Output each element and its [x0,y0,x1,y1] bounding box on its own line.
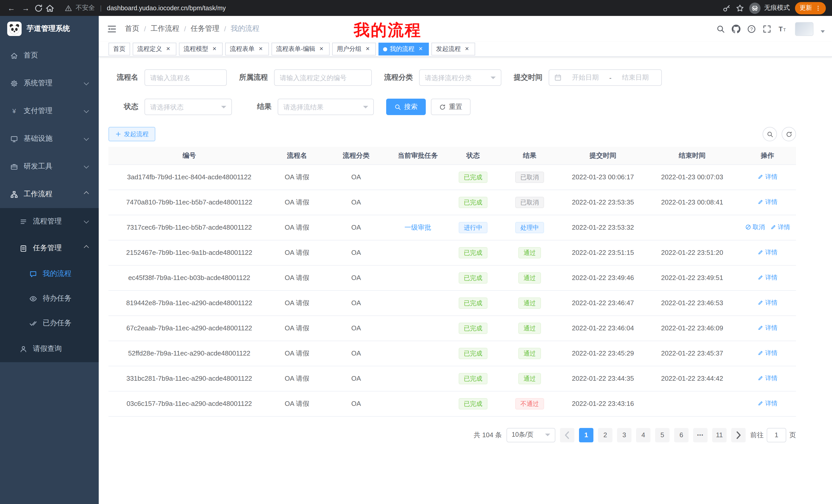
status-badge: 进行中 [459,222,488,233]
kebab-menu-icon[interactable] [815,5,821,11]
detail-link[interactable]: 详情 [757,299,778,307]
sidebar-item[interactable]: 请假查询 [0,335,99,362]
github-icon[interactable] [731,24,740,33]
breadcrumb-item[interactable]: 首页 [125,24,139,33]
detail-link[interactable]: 详情 [757,374,778,383]
fullscreen-icon[interactable] [762,24,771,33]
task-link[interactable]: 一级审批 [405,223,431,231]
date-range-picker[interactable]: 开始日期 - 结束日期 [549,69,662,86]
end-date-placeholder[interactable]: 结束日期 [615,73,656,82]
clipboard-icon [20,244,27,252]
detail-link[interactable]: 详情 [757,273,778,282]
sidebar-item[interactable]: 待办任务 [0,286,99,311]
tab-close-icon[interactable]: × [211,46,218,53]
search-button[interactable]: 搜索 [386,99,426,115]
tab-close-icon[interactable]: × [257,46,264,53]
sidebar-item[interactable]: 首页 [0,41,99,69]
tab-close-icon[interactable]: × [463,46,470,53]
svg-text:¥: ¥ [12,107,16,114]
refresh-table-button[interactable] [782,127,796,141]
detail-link[interactable]: 详情 [757,349,778,358]
browser-home-icon[interactable] [45,3,54,12]
sidebar-item[interactable]: 研发工具 [0,152,99,180]
font-size-icon[interactable]: TT [778,24,787,33]
sidebar-item[interactable]: 我的流程 [0,261,99,286]
range-separator: - [609,74,612,81]
calendar-icon [554,74,562,81]
sidebar-item[interactable]: 任务管理 [0,235,99,261]
tab[interactable]: 用户分组× [332,43,376,55]
reset-button[interactable]: 重置 [431,99,470,115]
sidebar-item[interactable]: 工作流程 [0,180,99,208]
process-definition-input[interactable] [274,69,372,86]
category-select[interactable] [419,69,501,86]
cell-id: 52ffd28e-7b9a-11ec-a290-acde48001122 [108,341,270,366]
detail-link[interactable]: 详情 [770,223,790,232]
chevron-up-icon [84,245,89,250]
page-button[interactable]: 1 [579,428,593,442]
tab-close-icon[interactable]: × [417,46,424,53]
user-avatar[interactable] [795,22,813,36]
header-search-icon[interactable] [716,24,725,33]
detail-link[interactable]: 详情 [757,399,778,408]
tab[interactable]: 流程表单-编辑× [271,43,330,55]
breadcrumb-item[interactable]: 工作流程 [151,24,179,33]
cell-category: OA [324,190,388,215]
process-name-input[interactable] [145,69,227,86]
filter-row-2: 状态 结果 搜 [108,99,796,115]
browser-refresh-icon[interactable] [34,3,43,12]
next-page-button[interactable] [731,428,746,442]
sidebar-item[interactable]: ¥支付管理 [0,97,99,125]
cell-id: 7470a810-7b9b-11ec-b5b7-acde48001122 [108,190,270,215]
page-button[interactable]: 6 [674,428,688,442]
sidebar-item[interactable]: 基础设施 [0,125,99,152]
detail-link[interactable]: 详情 [757,173,778,181]
navbar-actions: ? TT [716,22,825,36]
tab[interactable]: 流程模型× [179,43,223,55]
more-pages-button[interactable]: ••• [693,428,707,442]
create-process-button[interactable]: 发起流程 [108,127,155,141]
status-select[interactable] [145,99,232,115]
cell-submit-time: 2022-01-22 23:44:35 [561,366,645,391]
detail-link[interactable]: 详情 [757,324,778,332]
detail-link[interactable]: 详情 [757,248,778,257]
tab-close-icon[interactable]: × [164,46,172,53]
page-button[interactable]: 11 [712,428,727,442]
action-label: 详情 [778,223,790,232]
address-bar[interactable]: 不安全 | dashboard.yudao.iocoder.cn/bpm/tas… [57,4,721,12]
prev-page-button[interactable] [560,428,574,442]
avatar-caret-icon[interactable] [821,30,825,33]
tab[interactable]: 发起流程× [432,43,475,55]
help-icon[interactable]: ? [747,24,756,33]
page-button[interactable]: 3 [617,428,631,442]
result-select[interactable] [278,99,374,115]
tab[interactable]: 流程定义× [133,43,176,55]
tab[interactable]: 流程表单× [225,43,269,55]
start-date-placeholder[interactable]: 开始日期 [565,73,606,82]
goto-page-input[interactable] [767,428,786,442]
browser-forward-icon[interactable]: → [20,2,32,13]
hamburger-icon[interactable] [107,24,117,34]
page-button[interactable]: 4 [636,428,650,442]
tab[interactable]: 我的流程× [379,43,429,55]
sidebar-item[interactable]: 系统管理 [0,69,99,97]
edit-icon [757,350,763,356]
breadcrumb-item[interactable]: 任务管理 [191,24,219,33]
password-key-icon[interactable] [723,4,731,12]
tab[interactable]: 首页 [108,43,130,55]
toggle-search-button[interactable] [762,127,777,141]
app-logo-row[interactable]: 芋道管理系统 [0,16,99,41]
chrome-update-button[interactable]: 更新 [795,2,826,14]
bookmark-star-icon[interactable] [736,4,744,12]
tab-close-icon[interactable]: × [364,46,371,53]
page-button[interactable]: 2 [598,428,613,442]
sidebar-item[interactable]: 已办任务 [0,311,99,335]
list-icon [20,218,27,225]
browser-back-icon[interactable]: ← [5,2,18,13]
page-button[interactable]: 5 [655,428,670,442]
tab-close-icon[interactable]: × [318,46,325,53]
sidebar-item[interactable]: 流程管理 [0,208,99,235]
cancel-link[interactable]: 取消 [745,223,765,232]
detail-link[interactable]: 详情 [757,198,778,206]
page-size-select[interactable]: 10条/页 [506,428,555,442]
